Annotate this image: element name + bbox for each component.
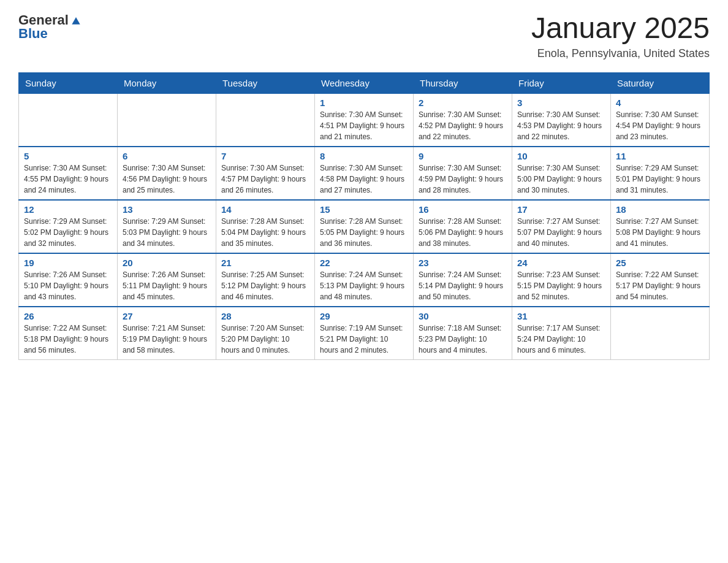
day-number: 1 [320, 98, 408, 108]
calendar-week-row: 12Sunrise: 7:29 AM Sunset: 5:02 PM Dayli… [19, 200, 710, 253]
day-number: 26 [24, 311, 112, 321]
calendar-day-cell: 19Sunrise: 7:26 AM Sunset: 5:10 PM Dayli… [19, 253, 118, 307]
title-block: January 2025 Enola, Pennsylvania, United… [531, 12, 710, 60]
calendar-day-cell [19, 93, 118, 147]
calendar-day-cell: 28Sunrise: 7:20 AM Sunset: 5:20 PM Dayli… [216, 307, 315, 360]
day-info: Sunrise: 7:30 AM Sunset: 4:52 PM Dayligh… [419, 109, 507, 142]
calendar-day-cell: 13Sunrise: 7:29 AM Sunset: 5:03 PM Dayli… [118, 200, 216, 253]
calendar-day-header: Wednesday [315, 72, 414, 93]
calendar-day-cell: 8Sunrise: 7:30 AM Sunset: 4:58 PM Daylig… [315, 147, 414, 200]
calendar-day-cell: 29Sunrise: 7:19 AM Sunset: 5:21 PM Dayli… [315, 307, 414, 360]
calendar-day-cell: 23Sunrise: 7:24 AM Sunset: 5:14 PM Dayli… [414, 253, 512, 307]
day-info: Sunrise: 7:29 AM Sunset: 5:01 PM Dayligh… [616, 163, 704, 196]
day-number: 24 [517, 258, 605, 268]
day-info: Sunrise: 7:18 AM Sunset: 5:23 PM Dayligh… [419, 323, 507, 356]
day-number: 21 [221, 258, 309, 268]
day-info: Sunrise: 7:28 AM Sunset: 5:05 PM Dayligh… [320, 216, 408, 249]
calendar-day-header: Sunday [19, 72, 118, 93]
day-number: 8 [320, 151, 408, 161]
calendar-day-cell: 25Sunrise: 7:22 AM Sunset: 5:17 PM Dayli… [611, 253, 710, 307]
day-number: 10 [517, 151, 605, 161]
calendar-day-cell: 5Sunrise: 7:30 AM Sunset: 4:55 PM Daylig… [19, 147, 118, 200]
day-number: 18 [616, 204, 704, 215]
day-info: Sunrise: 7:27 AM Sunset: 5:08 PM Dayligh… [616, 216, 704, 249]
day-info: Sunrise: 7:29 AM Sunset: 5:02 PM Dayligh… [24, 216, 112, 249]
calendar-day-cell: 9Sunrise: 7:30 AM Sunset: 4:59 PM Daylig… [414, 147, 512, 200]
day-info: Sunrise: 7:17 AM Sunset: 5:24 PM Dayligh… [517, 323, 605, 356]
calendar-day-cell: 22Sunrise: 7:24 AM Sunset: 5:13 PM Dayli… [315, 253, 414, 307]
logo-blue-text: Blue [18, 26, 48, 42]
calendar-week-row: 26Sunrise: 7:22 AM Sunset: 5:18 PM Dayli… [19, 307, 710, 360]
calendar-day-cell: 6Sunrise: 7:30 AM Sunset: 4:56 PM Daylig… [118, 147, 216, 200]
day-number: 12 [24, 204, 112, 215]
day-number: 29 [320, 311, 408, 321]
day-info: Sunrise: 7:30 AM Sunset: 4:55 PM Dayligh… [24, 163, 112, 196]
calendar-day-header: Friday [512, 72, 611, 93]
calendar-day-cell: 4Sunrise: 7:30 AM Sunset: 4:54 PM Daylig… [611, 93, 710, 147]
calendar-day-cell: 31Sunrise: 7:17 AM Sunset: 5:24 PM Dayli… [512, 307, 611, 360]
day-info: Sunrise: 7:26 AM Sunset: 5:10 PM Dayligh… [24, 269, 112, 302]
calendar-day-cell: 30Sunrise: 7:18 AM Sunset: 5:23 PM Dayli… [414, 307, 512, 360]
calendar-day-cell: 7Sunrise: 7:30 AM Sunset: 4:57 PM Daylig… [216, 147, 315, 200]
day-number: 19 [24, 258, 112, 268]
calendar-day-header: Monday [118, 72, 216, 93]
calendar-week-row: 1Sunrise: 7:30 AM Sunset: 4:51 PM Daylig… [19, 93, 710, 147]
calendar-body: 1Sunrise: 7:30 AM Sunset: 4:51 PM Daylig… [19, 93, 710, 359]
day-info: Sunrise: 7:28 AM Sunset: 5:06 PM Dayligh… [419, 216, 507, 249]
calendar-week-row: 19Sunrise: 7:26 AM Sunset: 5:10 PM Dayli… [19, 253, 710, 307]
day-number: 11 [616, 151, 704, 161]
calendar-day-cell: 2Sunrise: 7:30 AM Sunset: 4:52 PM Daylig… [414, 93, 512, 147]
day-info: Sunrise: 7:21 AM Sunset: 5:19 PM Dayligh… [123, 323, 211, 356]
day-number: 22 [320, 258, 408, 268]
calendar-day-cell: 12Sunrise: 7:29 AM Sunset: 5:02 PM Dayli… [19, 200, 118, 253]
day-number: 6 [123, 151, 211, 161]
day-info: Sunrise: 7:27 AM Sunset: 5:07 PM Dayligh… [517, 216, 605, 249]
day-number: 31 [517, 311, 605, 321]
calendar-day-cell: 1Sunrise: 7:30 AM Sunset: 4:51 PM Daylig… [315, 93, 414, 147]
day-info: Sunrise: 7:20 AM Sunset: 5:20 PM Dayligh… [221, 323, 309, 356]
day-number: 3 [517, 98, 605, 108]
day-info: Sunrise: 7:28 AM Sunset: 5:04 PM Dayligh… [221, 216, 309, 249]
calendar-header-row: SundayMondayTuesdayWednesdayThursdayFrid… [19, 72, 710, 93]
day-number: 4 [616, 98, 704, 108]
day-info: Sunrise: 7:30 AM Sunset: 5:00 PM Dayligh… [517, 163, 605, 196]
day-info: Sunrise: 7:30 AM Sunset: 4:54 PM Dayligh… [616, 109, 704, 142]
location: Enola, Pennsylvania, United States [531, 47, 710, 60]
logo: General Blue [18, 12, 82, 42]
day-number: 27 [123, 311, 211, 321]
calendar-day-cell: 3Sunrise: 7:30 AM Sunset: 4:53 PM Daylig… [512, 93, 611, 147]
day-info: Sunrise: 7:30 AM Sunset: 4:53 PM Dayligh… [517, 109, 605, 142]
calendar-day-cell: 18Sunrise: 7:27 AM Sunset: 5:08 PM Dayli… [611, 200, 710, 253]
day-info: Sunrise: 7:25 AM Sunset: 5:12 PM Dayligh… [221, 269, 309, 302]
calendar-day-cell: 11Sunrise: 7:29 AM Sunset: 5:01 PM Dayli… [611, 147, 710, 200]
calendar-table: SundayMondayTuesdayWednesdayThursdayFrid… [18, 72, 710, 360]
day-info: Sunrise: 7:30 AM Sunset: 4:57 PM Dayligh… [221, 163, 309, 196]
logo-triangle-icon [70, 14, 82, 26]
calendar-day-cell: 26Sunrise: 7:22 AM Sunset: 5:18 PM Dayli… [19, 307, 118, 360]
day-number: 15 [320, 204, 408, 215]
calendar-day-cell: 16Sunrise: 7:28 AM Sunset: 5:06 PM Dayli… [414, 200, 512, 253]
day-info: Sunrise: 7:24 AM Sunset: 5:13 PM Dayligh… [320, 269, 408, 302]
day-info: Sunrise: 7:22 AM Sunset: 5:17 PM Dayligh… [616, 269, 704, 302]
calendar-day-cell [118, 93, 216, 147]
day-number: 9 [419, 151, 507, 161]
page-header: General Blue January 2025 Enola, Pennsyl… [18, 12, 710, 60]
day-number: 17 [517, 204, 605, 215]
day-info: Sunrise: 7:30 AM Sunset: 4:56 PM Dayligh… [123, 163, 211, 196]
day-number: 16 [419, 204, 507, 215]
day-info: Sunrise: 7:30 AM Sunset: 4:51 PM Dayligh… [320, 109, 408, 142]
day-number: 25 [616, 258, 704, 268]
day-info: Sunrise: 7:23 AM Sunset: 5:15 PM Dayligh… [517, 269, 605, 302]
calendar-day-header: Saturday [611, 72, 710, 93]
calendar-week-row: 5Sunrise: 7:30 AM Sunset: 4:55 PM Daylig… [19, 147, 710, 200]
month-title: January 2025 [531, 12, 710, 45]
calendar-day-header: Thursday [414, 72, 512, 93]
day-info: Sunrise: 7:26 AM Sunset: 5:11 PM Dayligh… [123, 269, 211, 302]
day-info: Sunrise: 7:19 AM Sunset: 5:21 PM Dayligh… [320, 323, 408, 356]
calendar-day-cell: 15Sunrise: 7:28 AM Sunset: 5:05 PM Dayli… [315, 200, 414, 253]
day-info: Sunrise: 7:22 AM Sunset: 5:18 PM Dayligh… [24, 323, 112, 356]
day-info: Sunrise: 7:30 AM Sunset: 4:58 PM Dayligh… [320, 163, 408, 196]
calendar-day-cell [216, 93, 315, 147]
calendar-day-cell: 17Sunrise: 7:27 AM Sunset: 5:07 PM Dayli… [512, 200, 611, 253]
svg-marker-0 [72, 17, 80, 25]
